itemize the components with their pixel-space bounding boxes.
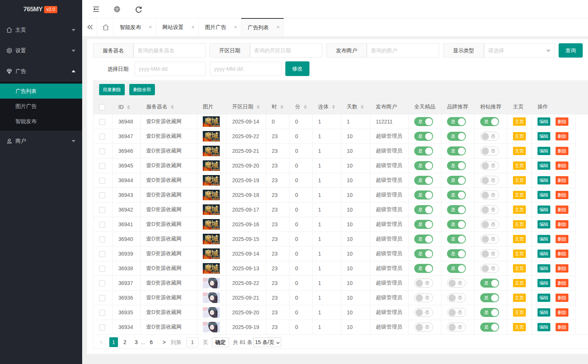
svg-text:魔域: 魔域 xyxy=(204,264,219,272)
svg-text:火爆来袭: 火爆来袭 xyxy=(211,227,219,230)
svg-text:火爆来袭: 火爆来袭 xyxy=(211,257,219,259)
svg-text:火爆来袭: 火爆来袭 xyxy=(211,213,219,215)
svg-text:魔域: 魔域 xyxy=(204,249,219,257)
svg-text:魔域: 魔域 xyxy=(204,220,219,228)
svg-text:魔域: 魔域 xyxy=(204,117,219,125)
svg-text:魔域: 魔域 xyxy=(204,146,219,154)
svg-text:火爆来袭: 火爆来袭 xyxy=(211,183,219,186)
svg-text:火爆来袭: 火爆来袭 xyxy=(211,271,219,274)
svg-text:火爆来袭: 火爆来袭 xyxy=(211,125,219,127)
svg-text:魔域: 魔域 xyxy=(204,161,219,169)
svg-text:魔域: 魔域 xyxy=(204,176,219,184)
svg-text:火爆来袭: 火爆来袭 xyxy=(211,139,219,142)
svg-text:魔域: 魔域 xyxy=(204,132,219,140)
svg-text:魔域: 魔域 xyxy=(204,235,219,242)
svg-text:火爆来袭: 火爆来袭 xyxy=(211,169,219,171)
svg-text:火爆来袭: 火爆来袭 xyxy=(211,242,219,244)
svg-text:魔域: 魔域 xyxy=(204,205,219,213)
svg-text:火爆来袭: 火爆来袭 xyxy=(211,154,219,156)
svg-text:火爆来袭: 火爆来袭 xyxy=(211,198,219,200)
svg-text:魔域: 魔域 xyxy=(204,190,219,198)
